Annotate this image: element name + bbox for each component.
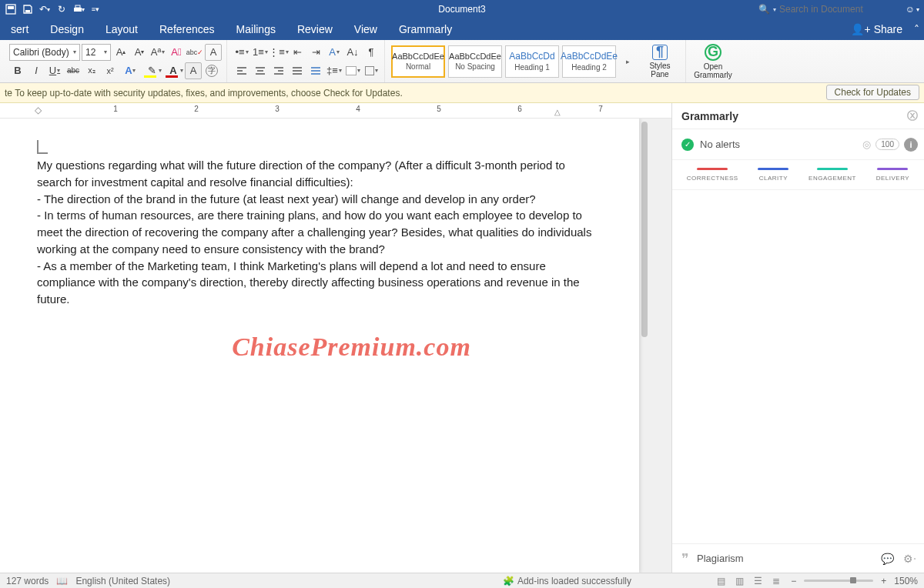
addins-status[interactable]: 🧩 Add-ins loaded successfully [503, 576, 631, 586]
svg-rect-2 [25, 10, 30, 12]
plagiarism-button[interactable]: Plagiarism [697, 553, 744, 564]
align-center-icon[interactable] [252, 62, 269, 79]
chat-icon[interactable]: 💬 [881, 553, 894, 565]
character-border-icon[interactable]: A [205, 44, 222, 61]
show-marks-icon[interactable]: ¶ [363, 44, 380, 61]
cat-clarity[interactable]: CLARITY [758, 168, 788, 182]
font-size-select[interactable]: 12▾ [82, 44, 111, 61]
change-case-icon[interactable]: Aª▾ [149, 44, 166, 61]
undo-icon[interactable]: ↶▾ [38, 3, 51, 15]
doc-paragraph[interactable]: My questions regarding what will the fut… [37, 157, 602, 191]
tab-review[interactable]: Review [286, 18, 343, 40]
cat-delivery[interactable]: DELIVERY [876, 168, 909, 182]
zoom-knob[interactable] [850, 577, 856, 583]
tab-layout[interactable]: Layout [95, 18, 149, 40]
italic-button[interactable]: I [28, 62, 45, 79]
settings-icon[interactable]: ⚙˄ [903, 553, 916, 565]
char-shading-icon[interactable]: A [185, 62, 202, 79]
bullets-icon[interactable]: •≡▾ [233, 44, 250, 61]
decrease-indent-icon[interactable]: ⇤ [289, 44, 306, 61]
style-gallery-more-icon[interactable]: ▸ [621, 45, 634, 78]
vertical-scrollbar[interactable] [639, 119, 650, 573]
bold-button[interactable]: B [9, 62, 26, 79]
style-normal[interactable]: AaBbCcDdEeNormal [391, 45, 445, 78]
document-canvas[interactable]: My questions regarding what will the fut… [0, 119, 671, 573]
search-box[interactable]: 🔍 ▾ [758, 4, 887, 15]
tab-view[interactable]: View [343, 18, 388, 40]
feedback-icon[interactable]: ☺▾ [906, 4, 919, 15]
enclose-char-icon[interactable]: 字 [203, 62, 220, 79]
underline-button[interactable]: U▾ [46, 62, 63, 79]
style-heading-2[interactable]: AaBbCcDdEeHeading 2 [562, 45, 616, 78]
doc-paragraph[interactable]: - The direction of the brand in the futu… [37, 191, 602, 208]
font-name-select[interactable]: Calibri (Body)▾ [9, 44, 80, 61]
language-status[interactable]: English (United States) [75, 576, 170, 586]
scrollbar-thumb[interactable] [641, 122, 648, 337]
print-layout-icon[interactable]: ▥ [732, 576, 746, 586]
styles-group: AaBbCcDdEeNormal AaBbCcDdEeNo Spacing Aa… [387, 40, 686, 82]
cat-engagement[interactable]: ENGAGEMENT [808, 168, 856, 182]
svg-rect-3 [74, 8, 82, 12]
shading-icon[interactable]: ▾ [344, 62, 361, 79]
numbering-icon[interactable]: 1≡▾ [252, 44, 269, 61]
ruler-right-indent-icon[interactable]: △ [554, 108, 561, 116]
doc-paragraph[interactable]: - As a member of the Marketing team, I t… [37, 258, 602, 308]
check-updates-button[interactable]: Check for Updates [826, 85, 919, 100]
increase-indent-icon[interactable]: ⇥ [307, 44, 324, 61]
ruler-indent-marker-icon[interactable]: ◇ [35, 105, 42, 115]
goals-icon[interactable]: ◎ [862, 139, 871, 150]
text-effects-icon[interactable]: A▾ [120, 62, 140, 79]
info-icon[interactable]: i [904, 138, 918, 152]
doc-paragraph[interactable]: - In terms of human resources, are there… [37, 207, 602, 257]
close-icon[interactable]: ⓧ [907, 109, 918, 123]
style-heading-1[interactable]: AaBbCcDdHeading 1 [505, 45, 559, 78]
tab-grammarly[interactable]: Grammarly [388, 18, 463, 40]
zoom-in-icon[interactable]: + [881, 576, 886, 586]
superscript-button[interactable]: x² [102, 62, 119, 79]
horizontal-ruler[interactable]: 1 2 3 4 5 6 7 ◇ △ [0, 103, 671, 119]
tab-mailings[interactable]: Mailings [226, 18, 286, 40]
print-icon[interactable]: ▾ [72, 3, 85, 15]
cat-correctness[interactable]: CORRECTNESS [687, 168, 738, 182]
save-icon[interactable] [22, 3, 34, 15]
align-right-icon[interactable] [270, 62, 287, 79]
borders-icon[interactable]: ▾ [363, 62, 380, 79]
web-layout-icon[interactable]: ☰ [751, 576, 765, 586]
zoom-out-icon[interactable]: − [791, 576, 796, 586]
phonetic-icon[interactable]: abc✓ [186, 44, 203, 61]
open-grammarly-button[interactable]: G Open Grammarly [692, 45, 734, 79]
grow-font-icon[interactable]: A▴ [112, 44, 129, 61]
sort-icon[interactable]: A↓ [344, 44, 361, 61]
highlight-color-icon[interactable]: ✎▾ [142, 62, 162, 79]
ltr-icon[interactable]: A▾ [326, 44, 343, 61]
font-color-icon[interactable]: A▾ [163, 62, 183, 79]
redo-icon[interactable]: ↻ [55, 3, 68, 15]
share-button[interactable]: 👤+Share [851, 18, 902, 40]
zoom-level[interactable]: 150% [894, 576, 918, 586]
document-page[interactable]: My questions regarding what will the fut… [0, 119, 639, 573]
strike-button[interactable]: abc [65, 62, 82, 79]
tab-design[interactable]: Design [39, 18, 95, 40]
focus-view-icon[interactable]: ▤ [714, 576, 728, 586]
score-badge[interactable]: 100 [875, 139, 899, 150]
zoom-slider[interactable] [804, 580, 873, 582]
tab-references[interactable]: References [149, 18, 226, 40]
subscript-button[interactable]: x₂ [83, 62, 100, 79]
style-no-spacing[interactable]: AaBbCcDdEeNo Spacing [448, 45, 502, 78]
spellcheck-icon[interactable]: 📖 [56, 576, 68, 586]
distributed-icon[interactable] [307, 62, 324, 79]
styles-pane-button[interactable]: ¶ Styles Pane [639, 45, 681, 79]
autosave-icon[interactable] [5, 3, 17, 15]
justify-icon[interactable] [289, 62, 306, 79]
shrink-font-icon[interactable]: A▾ [131, 44, 148, 61]
align-left-icon[interactable] [233, 62, 250, 79]
tab-insert[interactable]: sert [0, 18, 39, 40]
ribbon-collapse-icon[interactable]: ˄ [914, 18, 919, 40]
search-input[interactable] [779, 4, 887, 15]
qat-more-icon[interactable]: ≡▾ [89, 3, 102, 15]
outline-view-icon[interactable]: ≣ [769, 576, 783, 586]
line-spacing-icon[interactable]: ‡≡▾ [326, 62, 343, 79]
word-count[interactable]: 127 words [6, 576, 49, 586]
clear-format-icon[interactable]: A⃠ [168, 44, 185, 61]
multilevel-icon[interactable]: ⋮≡▾ [270, 44, 287, 61]
